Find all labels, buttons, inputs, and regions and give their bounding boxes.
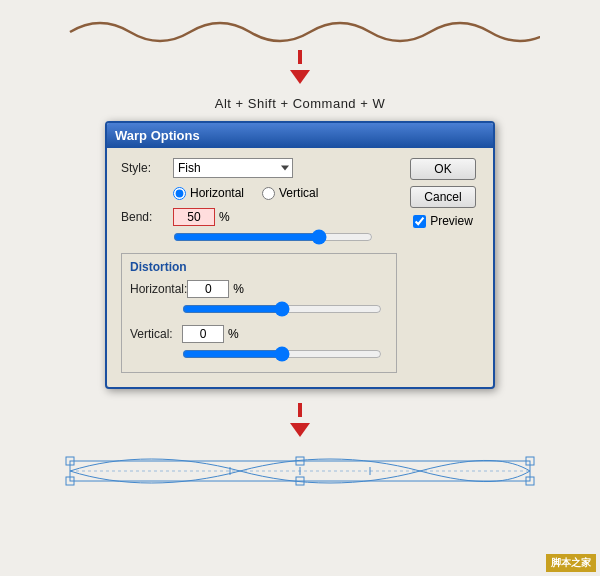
dialog-titlebar: Warp Options: [107, 123, 493, 148]
distortion-section: Distortion Horizontal: % Vertical:: [121, 253, 397, 373]
v-distortion-row: Vertical: %: [130, 325, 388, 343]
preview-label: Preview: [430, 214, 473, 228]
dialog-title: Warp Options: [115, 128, 200, 143]
preview-checkbox[interactable]: [413, 215, 426, 228]
shortcut-text: Alt + Shift + Command + W: [215, 96, 385, 111]
arrow-down-1: [290, 50, 310, 86]
bend-row: Bend: %: [121, 208, 397, 226]
style-select-wrapper: Fish: [173, 158, 293, 178]
v-distortion-input[interactable]: [182, 325, 224, 343]
horizontal-radio[interactable]: [173, 187, 186, 200]
vertical-radio[interactable]: [262, 187, 275, 200]
arrow-down-2: [290, 403, 310, 439]
bend-slider-container: [173, 230, 397, 247]
h-distortion-label: Horizontal:: [130, 282, 187, 296]
v-distortion-percent: %: [228, 327, 239, 341]
wavy-line-top: [60, 18, 540, 46]
orientation-row: Horizontal Vertical: [173, 186, 397, 200]
ok-button[interactable]: OK: [410, 158, 476, 180]
horizontal-label: Horizontal: [190, 186, 244, 200]
watermark: 脚本之家: [546, 554, 596, 572]
bend-percent: %: [219, 210, 230, 224]
style-row: Style: Fish: [121, 158, 397, 178]
style-select[interactable]: Fish: [173, 158, 293, 178]
h-distortion-slider[interactable]: [182, 302, 382, 316]
preview-row: Preview: [413, 214, 473, 228]
bend-slider[interactable]: [173, 230, 373, 244]
cancel-button[interactable]: Cancel: [410, 186, 476, 208]
h-distortion-percent: %: [233, 282, 244, 296]
bend-label: Bend:: [121, 210, 173, 224]
distortion-title: Distortion: [130, 260, 388, 274]
warp-options-dialog: Warp Options Style: Fish: [105, 121, 495, 389]
v-distortion-slider[interactable]: [182, 347, 382, 361]
dialog-body: Style: Fish Horizontal: [107, 148, 493, 387]
h-distortion-row: Horizontal: %: [130, 280, 388, 298]
warped-result: [60, 451, 540, 491]
h-distortion-input[interactable]: [187, 280, 229, 298]
style-label: Style:: [121, 161, 173, 175]
dialog-left: Style: Fish Horizontal: [121, 158, 397, 373]
horizontal-radio-label[interactable]: Horizontal: [173, 186, 244, 200]
dialog-right: OK Cancel Preview: [407, 158, 479, 373]
top-section: Alt + Shift + Command + W Warp Options S…: [0, 0, 600, 491]
h-distortion-slider-container: [182, 302, 388, 319]
vertical-label: Vertical: [279, 186, 318, 200]
bottom-section: [60, 399, 540, 491]
v-distortion-label: Vertical:: [130, 327, 182, 341]
v-distortion-slider-container: [182, 347, 388, 364]
vertical-radio-label[interactable]: Vertical: [262, 186, 318, 200]
bend-input[interactable]: [173, 208, 215, 226]
